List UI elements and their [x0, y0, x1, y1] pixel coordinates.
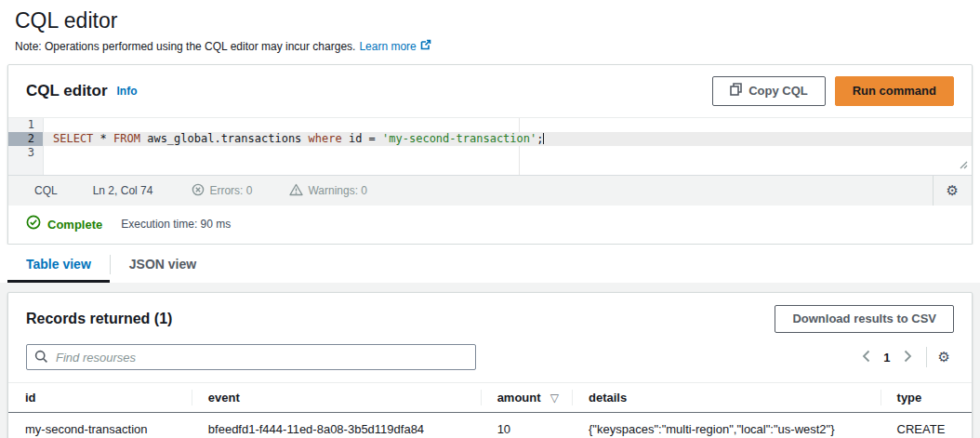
column-header-type: type	[881, 383, 972, 413]
sql-keyword: FROM	[113, 132, 140, 145]
records-toolbar: 1 ⚙	[8, 341, 972, 382]
learn-more-link[interactable]: Learn more	[359, 40, 416, 54]
sort-descending-icon: ▽	[550, 392, 559, 405]
copy-cql-label: Copy CQL	[748, 84, 808, 99]
records-title: Records returned (1)	[26, 311, 172, 327]
line-number: 3	[8, 146, 43, 160]
cell-event: bfeedfd1-f444-11ed-8a08-3b5d119dfa84	[192, 413, 481, 438]
warning-icon	[289, 183, 303, 199]
charges-note: Note: Operations performed using the CQL…	[15, 39, 965, 54]
editor-actions: Copy CQL Run command	[712, 76, 954, 106]
sql-string: 'my-second-transaction'	[382, 132, 536, 145]
table-header-row: id event amount ▽ details type	[8, 383, 972, 413]
table-preferences-gear[interactable]: ⚙	[934, 351, 954, 365]
sql-text: ;	[536, 132, 543, 145]
records-header: Records returned (1) Download results to…	[8, 293, 972, 341]
editor-gutter: 1 2 3	[8, 118, 44, 175]
divider	[926, 347, 927, 367]
copy-icon	[730, 83, 742, 100]
column-header-amount[interactable]: amount ▽	[481, 383, 572, 413]
gear-icon: ⚙	[947, 184, 959, 198]
sql-text: *	[93, 132, 113, 145]
success-check-icon	[26, 215, 41, 233]
pagination-next[interactable]	[897, 346, 919, 369]
download-csv-button[interactable]: Download results to CSV	[775, 305, 954, 333]
warnings-count: Warnings: 0	[308, 184, 367, 197]
code-area[interactable]: SELECT * FROM aws_global.transactions wh…	[44, 118, 972, 175]
search-input[interactable]	[26, 344, 476, 370]
search-icon	[34, 350, 48, 367]
copy-cql-button[interactable]: Copy CQL	[712, 76, 826, 106]
chevron-right-icon	[904, 350, 912, 365]
editor-settings-gear[interactable]: ⚙	[934, 176, 972, 206]
warnings-status: Warnings: 0	[289, 183, 367, 199]
learn-more-label: Learn more	[359, 40, 416, 53]
result-view-tabs: Table view JSON view	[0, 245, 980, 283]
code-line-3	[44, 146, 972, 160]
editor-status-bar: CQL Ln 2, Col 74 Errors: 0 Warnings: 0 ⚙	[8, 175, 972, 206]
sql-text: aws_global.transactions	[140, 132, 309, 145]
line-number-active: 2	[8, 132, 43, 146]
status-bar-right: ⚙	[933, 176, 972, 206]
sql-keyword: SELECT	[53, 132, 93, 145]
cursor-position: Ln 2, Col 74	[93, 184, 153, 197]
cell-id: my-second-transaction	[8, 413, 192, 438]
sql-keyword: where	[309, 132, 342, 145]
content-header: CQL editor Note: Operations performed us…	[0, 0, 980, 64]
amount-header-label: amount	[497, 391, 541, 405]
records-actions: Download results to CSV	[775, 305, 954, 333]
results-region: Records returned (1) Download results to…	[0, 283, 980, 438]
search-box	[26, 344, 476, 370]
editor-panel-title: CQL editor	[26, 82, 108, 100]
chevron-left-icon	[862, 350, 870, 365]
errors-count: Errors: 0	[209, 184, 252, 197]
execution-time: Execution time: 90 ms	[121, 218, 231, 231]
code-editor[interactable]: 1 2 3 SELECT * FROM aws_global.transacti…	[8, 117, 972, 175]
pagination-prev[interactable]	[855, 346, 877, 369]
cell-type: CREATE	[881, 413, 972, 438]
run-command-button[interactable]: Run command	[835, 76, 954, 106]
pagination-current-page[interactable]: 1	[877, 351, 896, 365]
text-cursor	[543, 133, 544, 144]
error-icon	[192, 183, 205, 199]
execution-result-status: Complete Execution time: 90 ms	[8, 206, 972, 244]
pagination: 1 ⚙	[855, 346, 954, 369]
editor-language: CQL	[34, 184, 58, 197]
cell-amount: 10	[481, 413, 572, 438]
code-line-2: SELECT * FROM aws_global.transactions wh…	[44, 132, 972, 146]
info-link[interactable]: Info	[117, 85, 138, 98]
line-number: 1	[8, 118, 43, 132]
external-link-icon	[420, 39, 431, 54]
records-table: id event amount ▽ details type	[8, 382, 972, 438]
page-title: CQL editor	[15, 8, 965, 33]
cql-editor-panel: CQL editor Info Copy CQL Run command 1 2…	[7, 64, 973, 245]
tab-table-view[interactable]: Table view	[7, 249, 110, 283]
records-panel: Records returned (1) Download results to…	[7, 292, 973, 438]
editor-panel-header: CQL editor Info Copy CQL Run command	[8, 65, 972, 117]
tab-json-view[interactable]: JSON view	[111, 249, 215, 283]
table-row: my-second-transaction bfeedfd1-f444-11ed…	[8, 413, 972, 438]
gear-icon: ⚙	[938, 351, 950, 365]
complete-status-label: Complete	[47, 218, 102, 232]
cell-details: {"keyspaces":"multi-region","local":"us-…	[572, 413, 881, 438]
column-header-details: details	[572, 383, 881, 413]
code-line-1	[44, 118, 972, 132]
errors-status: Errors: 0	[192, 183, 252, 199]
column-header-id: id	[8, 383, 192, 413]
column-header-event: event	[192, 383, 481, 413]
sql-text: id =	[342, 132, 382, 145]
note-text: Note: Operations performed using the CQL…	[15, 40, 355, 54]
page: CQL editor Note: Operations performed us…	[0, 0, 980, 438]
editor-resize-handle[interactable]	[959, 159, 968, 172]
